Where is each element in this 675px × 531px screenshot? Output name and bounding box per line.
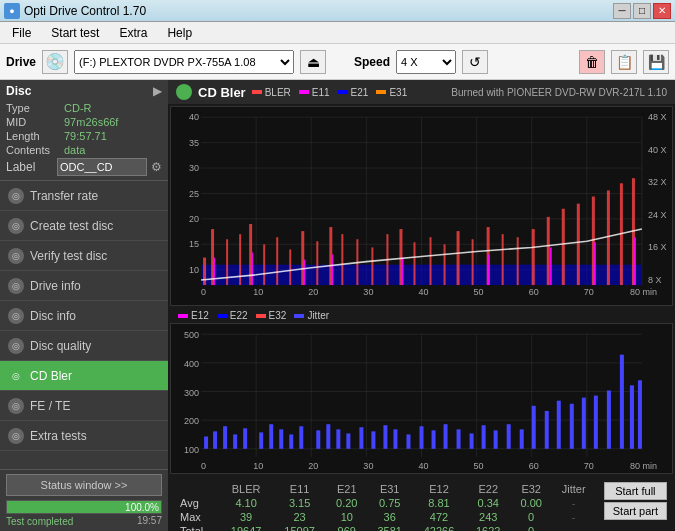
menu-extra[interactable]: Extra (111, 24, 155, 42)
svg-rect-145 (638, 381, 642, 450)
table-header-row: BLER E11 E21 E31 E12 E22 E32 Jitter (176, 482, 596, 496)
copy-button[interactable]: 📋 (611, 50, 637, 74)
svg-text:30: 30 (189, 163, 199, 173)
charts-container: 40 35 30 25 20 15 10 48 X 40 X 32 X 24 X… (168, 104, 675, 478)
row-max-e11: 23 (273, 510, 327, 524)
svg-rect-143 (620, 355, 624, 449)
close-button[interactable]: ✕ (653, 3, 671, 19)
svg-rect-109 (213, 432, 217, 449)
status-window-button[interactable]: Status window >> (6, 474, 162, 496)
row-total-jitter: - (552, 524, 596, 531)
drive-select[interactable]: (F:) PLEXTOR DVDR PX-755A 1.08 (74, 50, 294, 74)
speed-select[interactable]: 4 X 1 X 2 X 8 X 16 X (396, 50, 456, 74)
row-avg-bler: 4.10 (219, 496, 273, 510)
disc-contents-row: Contents data (6, 144, 162, 156)
disc-label-input[interactable] (57, 158, 147, 176)
row-total-e22: 1622 (466, 524, 511, 531)
disc-mid-row: MID 97m26s66f (6, 116, 162, 128)
row-total-bler: 19647 (219, 524, 273, 531)
col-header-e22: E22 (466, 482, 511, 496)
svg-rect-65 (547, 217, 550, 285)
legend-e12: E12 (178, 310, 209, 321)
svg-text:30: 30 (363, 462, 373, 472)
drive-icon: 💿 (42, 50, 68, 74)
row-max-e32: 0 (511, 510, 552, 524)
refresh-button[interactable]: ↺ (462, 50, 488, 74)
minimize-button[interactable]: ─ (613, 3, 631, 19)
svg-rect-132 (482, 426, 486, 450)
col-header-e32: E32 (511, 482, 552, 496)
svg-rect-121 (346, 434, 350, 449)
svg-text:20: 20 (308, 287, 318, 297)
nav-cd-bler[interactable]: ◎ CD Bler (0, 361, 168, 391)
svg-rect-80 (634, 237, 636, 285)
svg-text:50: 50 (474, 287, 484, 297)
clear-button[interactable]: 🗑 (579, 50, 605, 74)
nav-label-verify-test-disc: Verify test disc (30, 249, 107, 263)
nav-drive-info[interactable]: ◎ Drive info (0, 271, 168, 301)
nav-extra-tests[interactable]: ◎ Extra tests (0, 421, 168, 451)
svg-text:35: 35 (189, 138, 199, 148)
svg-text:10: 10 (189, 265, 199, 275)
disc-length-value: 79:57.71 (64, 130, 107, 142)
legend-e22: E22 (217, 310, 248, 321)
svg-text:400: 400 (184, 359, 199, 369)
svg-rect-43 (239, 234, 241, 285)
svg-rect-126 (406, 435, 410, 449)
chart-title: CD Bler (198, 85, 246, 100)
svg-rect-73 (251, 252, 253, 285)
svg-text:30: 30 (363, 287, 373, 297)
svg-rect-56 (413, 242, 415, 285)
svg-rect-74 (303, 260, 305, 285)
col-header-e21: E21 (326, 482, 367, 496)
svg-rect-110 (223, 427, 227, 449)
svg-text:20: 20 (189, 214, 199, 224)
legend-label-e22: E22 (230, 310, 248, 321)
status-bar: Status window >> 100.0% Test completed 1… (0, 469, 168, 531)
nav-label-disc-quality: Disc quality (30, 339, 91, 353)
nav-disc-quality[interactable]: ◎ Disc quality (0, 331, 168, 361)
row-max-e22: 243 (466, 510, 511, 524)
eject-button[interactable]: ⏏ (300, 50, 326, 74)
table-row-total: Total 19647 15097 969 3581 42266 1622 0 … (176, 524, 596, 531)
nav-transfer-rate[interactable]: ◎ Transfer rate (0, 181, 168, 211)
row-total-e32: 0 (511, 524, 552, 531)
svg-rect-67 (577, 204, 580, 285)
nav-fe-te[interactable]: ◎ FE / TE (0, 391, 168, 421)
svg-rect-117 (299, 427, 303, 449)
nav-icon-create-test-disc: ◎ (8, 218, 24, 234)
chart-header: CD Bler BLER E11 E21 E31 (168, 80, 675, 104)
disc-length-label: Length (6, 130, 64, 142)
menu-start-test[interactable]: Start test (43, 24, 107, 42)
svg-text:300: 300 (184, 388, 199, 398)
col-header-bler: BLER (219, 482, 273, 496)
menu-file[interactable]: File (4, 24, 39, 42)
disc-label-row: Label ⚙ (6, 158, 162, 176)
nav-disc-info[interactable]: ◎ Disc info (0, 301, 168, 331)
nav-create-test-disc[interactable]: ◎ Create test disc (0, 211, 168, 241)
status-time: 19:57 (137, 515, 162, 526)
disc-mid-value: 97m26s66f (64, 116, 118, 128)
svg-rect-108 (204, 437, 208, 449)
start-part-button[interactable]: Start part (604, 502, 667, 520)
disc-settings-icon[interactable]: ⚙ (151, 160, 162, 174)
col-header-jitter: Jitter (552, 482, 596, 496)
legend-label-e31: E31 (389, 87, 407, 98)
legend-label-bler: BLER (265, 87, 291, 98)
start-full-button[interactable]: Start full (604, 482, 667, 500)
row-avg-jitter: - (552, 496, 596, 510)
window-title: Opti Drive Control 1.70 (24, 4, 146, 18)
row-max-bler: 39 (219, 510, 273, 524)
disc-expand-icon[interactable]: ▶ (153, 84, 162, 98)
nav-label-fe-te: FE / TE (30, 399, 70, 413)
nav-verify-test-disc[interactable]: ◎ Verify test disc (0, 241, 168, 271)
maximize-button[interactable]: □ (633, 3, 651, 19)
svg-rect-62 (502, 234, 504, 285)
row-avg-e12: 8.81 (412, 496, 466, 510)
content-area: CD Bler BLER E11 E21 E31 (168, 80, 675, 531)
svg-text:0: 0 (201, 287, 206, 297)
bottom-chart-svg: 500 400 300 200 100 0 10 20 30 40 50 60 … (171, 324, 672, 472)
menu-help[interactable]: Help (159, 24, 200, 42)
save-button[interactable]: 💾 (643, 50, 669, 74)
svg-rect-72 (213, 258, 215, 285)
